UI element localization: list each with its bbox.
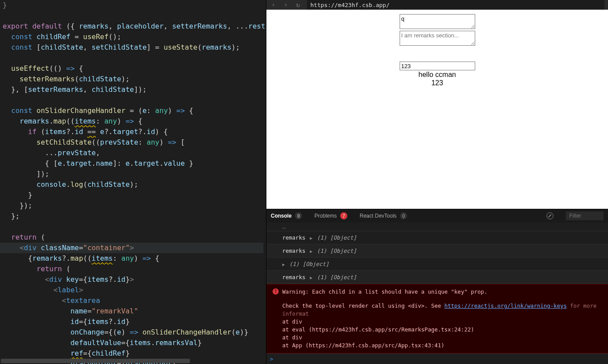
code-line[interactable]: name="remarkVal": [3, 306, 266, 317]
app-preview: q hello ccman 123: [266, 10, 608, 209]
console-output[interactable]: … remarks▶(1) [Object]remarks▶(1) [Objec…: [266, 222, 608, 364]
code-line[interactable]: }: [3, 190, 266, 200]
warning-body: Check the top-level render call using <d…: [282, 302, 604, 318]
tab-badge: 7: [340, 212, 347, 219]
warning-stack: at div at eval (https://m423hf.csb.app/s…: [282, 318, 604, 349]
preview-text-line-2: 123: [431, 79, 443, 87]
remarks-textarea-1[interactable]: q: [400, 14, 475, 29]
reload-icon[interactable]: ↻: [295, 1, 302, 9]
code-line[interactable]: onChange={(e) => onSliderChangeHandler(e…: [3, 327, 266, 338]
stack-frame: at eval (https://m423hf.csb.app/src/Rema…: [282, 326, 604, 334]
code-line[interactable]: });: [3, 200, 266, 211]
devtools-tab-react-devtools[interactable]: React DevTools0: [360, 212, 407, 219]
code-line[interactable]: const [childState, setChildState] = useS…: [3, 42, 266, 53]
code-line[interactable]: [3, 11, 266, 21]
remarks-textarea-2[interactable]: [400, 31, 475, 46]
code-line[interactable]: <div key={items?.id}>: [3, 274, 266, 285]
code-line[interactable]: console.log(childState);: [3, 179, 266, 190]
expand-icon[interactable]: ▶: [310, 275, 313, 280]
console-log-label: remarks: [282, 248, 306, 254]
code-line[interactable]: <textarea: [3, 295, 266, 306]
console-log-label: remarks: [282, 274, 306, 280]
code-editor-pane[interactable]: } export default ({ remarks, placeholder…: [0, 0, 266, 364]
console-log-object[interactable]: (1) [Object]: [289, 261, 329, 267]
code-line[interactable]: ref={childRef}: [3, 348, 266, 359]
code-line[interactable]: }: [3, 0, 266, 11]
console-log-object[interactable]: (1) [Object]: [317, 274, 357, 280]
warning-title: Warning: Each child in a list should hav…: [282, 288, 604, 296]
stack-frame: at div: [282, 318, 604, 326]
forward-icon[interactable]: ›: [282, 1, 289, 9]
expand-icon[interactable]: ▶: [310, 249, 313, 254]
devtools-tabs: Console0Problems7React DevTools0: [266, 209, 608, 222]
error-icon: !: [273, 288, 279, 295]
tab-badge: 0: [295, 212, 302, 219]
code-line[interactable]: return (: [3, 232, 266, 243]
back-icon[interactable]: ‹: [270, 1, 277, 9]
code-line[interactable]: ]);: [3, 169, 266, 179]
code-line[interactable]: remarks.map((items: any) => {: [3, 116, 266, 127]
stack-frame: at div: [282, 334, 604, 342]
console-row[interactable]: remarks▶(1) [Object]: [266, 231, 608, 244]
code-area[interactable]: } export default ({ remarks, placeholder…: [0, 0, 266, 364]
console-log-label: remarks: [282, 234, 306, 241]
console-log-object[interactable]: (1) [Object]: [317, 234, 357, 241]
browser-toolbar: ‹ › ↻: [266, 0, 608, 10]
code-line[interactable]: <label>: [3, 285, 266, 295]
code-line[interactable]: id={items?.id}: [3, 317, 266, 327]
code-line[interactable]: ...prevState,: [3, 148, 266, 158]
code-line[interactable]: [3, 222, 266, 232]
console-row[interactable]: remarks▶(1) [Object]: [266, 244, 608, 258]
clear-console-icon[interactable]: [546, 212, 553, 219]
code-line[interactable]: const childRef = useRef();: [3, 32, 266, 42]
code-line[interactable]: };: [3, 211, 266, 222]
code-line[interactable]: }, [setterRemarks, childState]);: [3, 84, 266, 95]
code-line[interactable]: useEffect(() => {: [3, 63, 266, 74]
devtools-tab-problems[interactable]: Problems7: [314, 212, 347, 219]
code-line[interactable]: export default ({ remarks, placeholder, …: [3, 21, 266, 32]
url-input[interactable]: [307, 0, 604, 10]
console-row[interactable]: remarks▶(1) [Object]: [266, 271, 608, 284]
code-line[interactable]: {remarks?.map((items: any) => {: [3, 253, 266, 264]
horizontal-scrollbar[interactable]: [0, 359, 266, 364]
console-log-object[interactable]: (1) [Object]: [317, 248, 357, 254]
expand-icon[interactable]: ▶: [310, 236, 313, 240]
tab-badge: 0: [400, 212, 407, 219]
tab-label: Console: [271, 213, 291, 219]
horizontal-scrollbar-thumb[interactable]: [1, 359, 190, 363]
code-line[interactable]: [3, 95, 266, 106]
preview-text-input[interactable]: [400, 62, 475, 70]
preview-text-line-1: hello ccman: [419, 71, 456, 79]
console-filter-input[interactable]: [566, 211, 604, 220]
console-row[interactable]: ▶(1) [Object]: [266, 258, 608, 271]
tab-label: Problems: [314, 213, 337, 219]
console-row-truncated: …: [266, 222, 608, 231]
code-line[interactable]: if (items?.id == e?.target?.id) {: [3, 127, 266, 137]
code-line[interactable]: setterRemarks(childState);: [3, 74, 266, 84]
code-line[interactable]: [3, 53, 266, 63]
warning-link[interactable]: https://reactjs.org/link/warning-keys: [444, 302, 567, 309]
stack-frame: at App (https://m423hf.csb.app/src/App.t…: [282, 342, 604, 349]
code-line[interactable]: const onSliderChangeHandler = (e: any) =…: [3, 106, 266, 116]
console-warning: ! Warning: Each child in a list should h…: [266, 284, 608, 353]
code-line[interactable]: defaultValue={items.remarksVal}: [3, 338, 266, 348]
code-line[interactable]: { [e.target.name]: e.target.value }: [3, 158, 266, 169]
devtools-panel: Console0Problems7React DevTools0 … remar…: [266, 209, 608, 364]
code-line[interactable]: <div className="container">: [0, 243, 263, 253]
code-line[interactable]: setChildState((prevState: any) => [: [3, 137, 266, 148]
console-prompt[interactable]: >: [266, 353, 608, 364]
expand-icon[interactable]: ▶: [282, 262, 285, 267]
devtools-tab-console[interactable]: Console0: [271, 212, 302, 219]
code-line[interactable]: return (: [3, 264, 266, 274]
right-pane: ‹ › ↻ q hello ccman 123 Console0Problems…: [266, 0, 608, 364]
tab-label: React DevTools: [360, 213, 397, 219]
